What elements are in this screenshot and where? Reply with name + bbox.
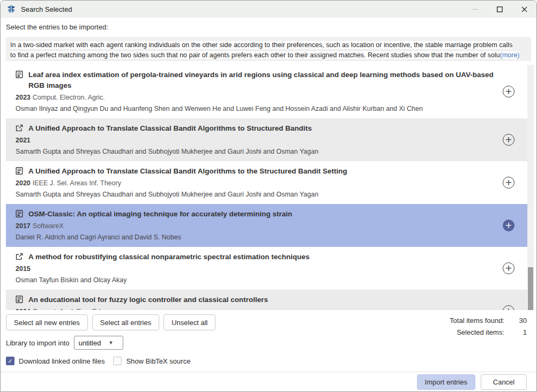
dialog-content: Select the entries to be imported: In a … xyxy=(1,18,536,391)
entry-journal: IEEE J. Sel. Areas Inf. Theory xyxy=(33,179,121,187)
entry-year: 2015 xyxy=(16,265,31,273)
entry-meta: 2023Comput. Electron. Agric. xyxy=(16,93,494,103)
entry-journal: Comput. Electron. Agric. xyxy=(33,94,105,101)
unselect-all-button[interactable]: Unselect all xyxy=(163,314,215,330)
entry-title: OSM-Classic: An optical imaging techniqu… xyxy=(24,209,292,220)
download-linked-files-label: Download linked online files xyxy=(19,357,105,365)
more-link[interactable]: (more) xyxy=(500,51,520,59)
add-entry-button[interactable]: + xyxy=(503,262,514,274)
total-items-label: Total items found: xyxy=(450,316,504,325)
download-linked-files-checkbox[interactable]: ✓ xyxy=(6,357,14,365)
total-items-row: Total items found: 30 xyxy=(450,314,527,326)
abstract-preview: In a two-sided market with each agent ra… xyxy=(6,37,531,61)
jabref-logo-icon xyxy=(6,4,17,14)
entry-meta: 2020IEEE J. Sel. Areas Inf. Theory xyxy=(16,178,494,189)
window-title: Search Selected xyxy=(21,5,72,13)
entry-row[interactable]: OSM-Classic: An optical imaging techniqu… xyxy=(6,204,527,247)
search-selected-dialog: Search Selected Select the entries to be… xyxy=(0,0,537,392)
select-all-entries-button[interactable]: Select all entries xyxy=(92,314,159,330)
add-entry-button[interactable]: + xyxy=(503,177,514,189)
entry-title-row: OSM-Classic: An optical imaging techniqu… xyxy=(16,209,494,220)
selection-controls: Select all new entries Select all entrie… xyxy=(6,314,531,330)
entry-row[interactable]: An educational tool for fuzzy logic cont… xyxy=(6,290,527,310)
library-label: Library to import into xyxy=(6,339,70,347)
entry-title: A method for robustifying classical nonp… xyxy=(24,252,310,262)
entry-authors: Samarth Gupta and Shreyas Chaudhari and … xyxy=(16,147,494,157)
summary-panel: Total items found: 30 Selected items: 1 xyxy=(450,314,527,338)
entry-list-container: Leaf area index estimation of pergola-tr… xyxy=(6,65,534,310)
select-all-new-entries-button[interactable]: Select all new entries xyxy=(6,314,88,330)
abstract-line-1: In a two-sided market with each agent ra… xyxy=(10,40,527,50)
selected-items-value: 1 xyxy=(504,328,527,336)
entry-year: 2023 xyxy=(16,94,31,101)
entry-journal: Comput. Appl. Eng. Educ. xyxy=(33,308,109,310)
article-icon xyxy=(16,71,24,79)
add-entry-button[interactable]: + xyxy=(503,220,514,231)
entry-authors: Osman Ilniyaz and Qingyun Du and Huanfen… xyxy=(16,104,494,114)
entry-authors: Samarth Gupta and Shreyas Chaudhari and … xyxy=(16,190,494,200)
options-row: ✓ Download linked online files Show BibT… xyxy=(6,357,531,365)
entry-row[interactable]: A Unified Approach to Translate Classica… xyxy=(6,118,527,161)
import-entries-button[interactable]: Import entries xyxy=(417,374,475,390)
minimize-icon[interactable] xyxy=(463,1,487,18)
entry-meta: 2015 xyxy=(16,264,494,274)
abstract-line-2: to find a perfect matching among the two… xyxy=(10,50,527,61)
entry-title-row: An educational tool for fuzzy logic cont… xyxy=(16,295,494,305)
cancel-button[interactable]: Cancel xyxy=(481,374,527,390)
scrollbar-track[interactable] xyxy=(527,65,534,310)
entry-title-row: A Unified Approach to Translate Classica… xyxy=(16,123,494,134)
entry-year: 2004 xyxy=(16,308,31,310)
maximize-icon[interactable] xyxy=(487,1,512,18)
selected-items-row: Selected items: 1 xyxy=(450,326,527,338)
footer-bar: Import entries Cancel xyxy=(1,372,536,391)
entry-list: Leaf area index estimation of pergola-tr… xyxy=(6,65,527,310)
article-icon xyxy=(16,210,24,218)
add-entry-button[interactable]: + xyxy=(503,134,514,146)
add-entry-button[interactable]: + xyxy=(503,305,514,310)
entry-row[interactable]: A Unified Approach to Translate Classica… xyxy=(6,161,527,204)
scrollbar-thumb[interactable] xyxy=(528,267,533,310)
close-icon[interactable] xyxy=(512,1,536,18)
entry-year: 2020 xyxy=(16,179,31,187)
entry-title: An educational tool for fuzzy logic cont… xyxy=(24,295,268,305)
entry-title: Leaf area index estimation of pergola-tr… xyxy=(24,70,494,91)
entry-authors: Osman Tayfun Biskin and Olcay Akay xyxy=(16,275,494,285)
show-bibtex-source-option[interactable]: Show BibTeX source xyxy=(113,357,190,365)
add-entry-button[interactable]: + xyxy=(503,86,514,97)
entry-title: A Unified Approach to Translate Classica… xyxy=(24,166,347,177)
show-bibtex-source-checkbox[interactable] xyxy=(113,357,122,365)
external-link-icon xyxy=(16,253,24,261)
entry-year: 2021 xyxy=(16,137,31,144)
selected-items-label: Selected items: xyxy=(457,328,504,336)
external-link-icon xyxy=(16,124,24,133)
entry-title: A Unified Approach to Translate Classica… xyxy=(24,123,312,134)
entry-authors: Daniel R. Aldrich and Cagri Ayranci and … xyxy=(16,232,494,243)
entry-title-row: A Unified Approach to Translate Classica… xyxy=(16,166,494,177)
download-linked-files-option[interactable]: ✓ Download linked online files xyxy=(6,357,105,365)
entry-title-row: A method for robustifying classical nonp… xyxy=(16,252,494,262)
entry-journal: SoftwareX xyxy=(33,222,64,230)
instruction-label: Select the entries to be imported: xyxy=(6,23,531,33)
entry-row[interactable]: A method for robustifying classical nonp… xyxy=(6,247,527,290)
entry-row[interactable]: Leaf area index estimation of pergola-tr… xyxy=(6,65,527,118)
entry-title-row: Leaf area index estimation of pergola-tr… xyxy=(16,70,494,91)
show-bibtex-source-label: Show BibTeX source xyxy=(126,357,190,365)
library-selected-value: untitled xyxy=(79,339,101,347)
chevron-down-icon: ▼ xyxy=(108,340,113,345)
library-select[interactable]: untitled ▼ xyxy=(74,336,123,350)
total-items-value: 30 xyxy=(504,316,527,325)
entry-meta: 2004Comput. Appl. Eng. Educ. xyxy=(16,307,494,310)
entry-meta: 2017SoftwareX xyxy=(16,221,494,231)
titlebar: Search Selected xyxy=(1,1,536,18)
entry-year: 2017 xyxy=(16,222,31,230)
entry-meta: 2021 xyxy=(16,135,494,146)
article-icon xyxy=(16,167,24,176)
article-icon xyxy=(16,296,24,304)
